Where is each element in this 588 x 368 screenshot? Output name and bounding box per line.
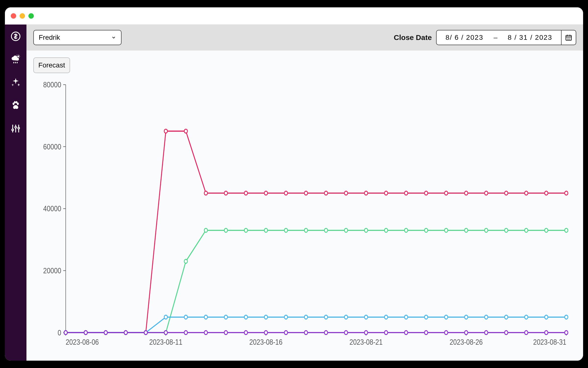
svg-text:2023-08-21: 2023-08-21 [349,338,382,346]
close-date-label: Close Date [394,33,432,42]
window-zoom-button[interactable] [28,13,34,19]
sidebar [5,25,26,361]
svg-point-113 [84,331,87,335]
svg-point-95 [244,315,247,319]
svg-point-55 [485,191,488,195]
svg-point-93 [204,315,208,319]
svg-point-102 [384,315,388,319]
svg-point-100 [344,315,348,319]
svg-point-59 [565,191,568,195]
svg-point-69 [244,228,247,232]
svg-point-85 [565,228,568,232]
dollar-icon[interactable] [10,30,22,42]
svg-point-51 [404,191,408,195]
svg-point-135 [525,331,528,335]
svg-point-92 [184,315,187,319]
svg-point-97 [284,315,288,319]
weather-icon[interactable] [10,53,22,65]
svg-point-83 [525,228,528,232]
app-window: Fredrik Close Date 8/ 6 / 2023 – 8 / 31 … [5,7,583,361]
svg-point-6 [12,129,13,131]
svg-point-1 [17,55,19,57]
svg-point-106 [465,315,468,319]
svg-text:2023-08-26: 2023-08-26 [450,338,483,346]
svg-point-67 [204,228,208,232]
svg-point-125 [324,331,328,335]
calendar-icon[interactable] [561,30,576,45]
svg-point-114 [104,331,107,335]
close-date-group: Close Date 8/ 6 / 2023 – 8 / 31 / 2023 [394,30,576,45]
svg-point-137 [565,331,568,335]
svg-point-75 [364,228,368,232]
window-minimize-button[interactable] [20,13,25,19]
svg-point-42 [224,191,227,195]
svg-text:2023-08-31: 2023-08-31 [533,338,566,346]
date-range-separator: – [492,34,499,41]
svg-point-53 [444,191,448,195]
svg-point-66 [184,259,187,263]
sliders-icon[interactable] [10,123,22,134]
svg-point-105 [444,315,448,319]
svg-point-77 [404,228,408,232]
svg-point-121 [244,331,247,335]
svg-point-50 [384,191,388,195]
svg-text:20000: 20000 [43,266,61,275]
svg-point-4 [14,101,16,103]
user-select[interactable]: Fredrik [33,30,122,45]
svg-point-46 [304,191,307,195]
sparkle-icon[interactable] [10,77,22,88]
svg-point-98 [304,315,307,319]
user-select-value: Fredrik [39,34,60,41]
svg-point-107 [485,315,488,319]
svg-point-81 [485,228,488,232]
forecast-button[interactable]: Forecast [33,57,70,73]
svg-point-43 [244,191,247,195]
filter-bar: Fredrik Close Date 8/ 6 / 2023 – 8 / 31 … [26,25,583,51]
svg-point-49 [364,191,368,195]
svg-point-7 [15,126,17,128]
svg-point-71 [284,228,288,232]
svg-point-116 [144,331,147,335]
svg-point-82 [505,228,508,232]
svg-point-91 [164,315,167,319]
date-start-input[interactable]: 8/ 6 / 2023 [437,30,492,45]
svg-point-120 [224,331,227,335]
titlebar [5,7,583,25]
svg-point-84 [545,228,548,232]
svg-point-112 [64,331,67,335]
svg-point-48 [344,191,348,195]
paw-icon[interactable] [10,100,22,111]
date-range-box: 8/ 6 / 2023 – 8 / 31 / 2023 [436,30,576,45]
svg-point-108 [505,315,508,319]
svg-point-104 [425,315,428,319]
chevron-down-icon [111,35,116,40]
svg-text:0: 0 [58,328,61,337]
svg-point-117 [164,331,167,335]
svg-point-45 [284,191,288,195]
svg-point-126 [344,331,348,335]
window-close-button[interactable] [11,13,16,19]
date-end-input[interactable]: 8 / 31 / 2023 [499,30,561,45]
svg-point-134 [505,331,508,335]
svg-point-130 [425,331,428,335]
svg-point-111 [565,315,568,319]
forecast-button-label: Forecast [38,61,65,69]
svg-point-8 [18,127,20,129]
svg-point-133 [485,331,488,335]
svg-point-44 [264,191,268,195]
app-body: Fredrik Close Date 8/ 6 / 2023 – 8 / 31 … [5,25,583,361]
main-content: Fredrik Close Date 8/ 6 / 2023 – 8 / 31 … [26,25,583,361]
svg-point-123 [284,331,288,335]
svg-point-70 [264,228,268,232]
svg-point-99 [324,315,328,319]
svg-point-132 [465,331,468,335]
svg-point-131 [444,331,448,335]
svg-point-58 [545,191,548,195]
svg-point-109 [525,315,528,319]
svg-point-5 [16,101,17,103]
svg-text:60000: 60000 [43,142,61,151]
svg-point-79 [444,228,448,232]
svg-point-129 [404,331,408,335]
svg-point-56 [505,191,508,195]
svg-point-80 [465,228,468,232]
